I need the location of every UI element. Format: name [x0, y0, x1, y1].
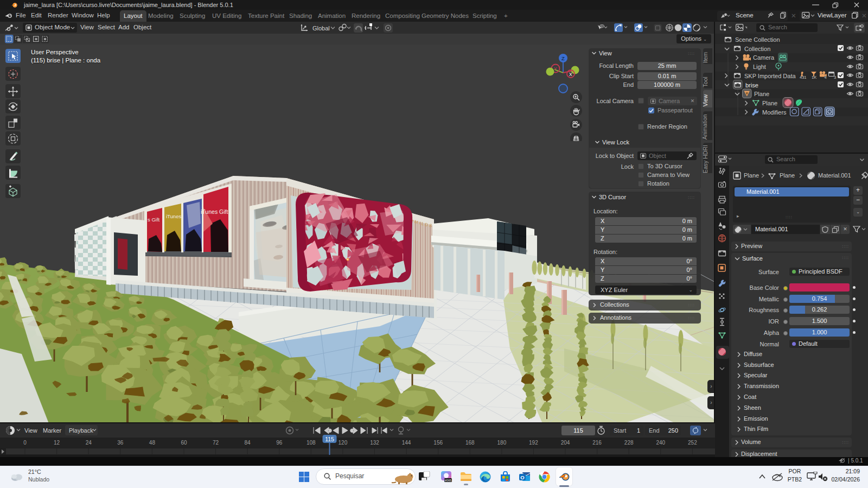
svg-text:12: 12: [54, 440, 60, 446]
svg-text:96: 96: [276, 440, 283, 446]
svg-text:115: 115: [325, 436, 334, 442]
svg-text:O: O: [520, 474, 524, 480]
svg-text:3: 3: [834, 75, 836, 80]
svg-text:brise: brise: [745, 82, 758, 88]
svg-text:228: 228: [624, 440, 634, 446]
svg-text:250: 250: [668, 427, 678, 434]
svg-text:Plane: Plane: [754, 91, 769, 97]
svg-text:Z: Z: [561, 55, 565, 61]
svg-text:Camera: Camera: [753, 54, 775, 61]
svg-text:180: 180: [497, 440, 507, 446]
svg-text:End: End: [649, 427, 660, 434]
svg-text:192: 192: [529, 440, 538, 446]
svg-text:431: 431: [800, 75, 807, 80]
svg-text:s Gift: s Gift: [148, 217, 160, 223]
svg-text:60: 60: [181, 440, 187, 446]
svg-text:Modifiers: Modifiers: [762, 109, 787, 116]
svg-text:156: 156: [433, 440, 443, 446]
svg-text:115: 115: [573, 427, 583, 434]
svg-text:Start: Start: [614, 427, 626, 434]
svg-text:1K: 1K: [812, 75, 816, 80]
svg-text:Y: Y: [554, 66, 557, 72]
svg-text:SKP Imported Data: SKP Imported Data: [744, 73, 796, 79]
svg-text:204: 204: [561, 440, 570, 446]
svg-text:Plane: Plane: [762, 100, 777, 106]
svg-text:M365: M365: [445, 479, 452, 482]
svg-text:132: 132: [370, 440, 379, 446]
svg-text:0: 0: [23, 440, 27, 446]
svg-text:120: 120: [339, 440, 348, 446]
svg-text:4: 4: [825, 75, 827, 80]
svg-text:144: 144: [402, 440, 411, 446]
svg-text:X: X: [569, 72, 572, 77]
svg-text:Playback: Playback: [69, 427, 93, 434]
svg-text:36: 36: [117, 440, 124, 446]
svg-text:108: 108: [307, 440, 316, 446]
svg-text:168: 168: [465, 440, 475, 446]
svg-text:24: 24: [86, 440, 92, 446]
svg-text:48: 48: [149, 440, 156, 446]
svg-text:Global: Global: [312, 25, 330, 31]
svg-text:Collection: Collection: [744, 46, 770, 52]
svg-text:Light: Light: [753, 64, 766, 70]
svg-text:Marker: Marker: [43, 427, 62, 434]
svg-text:1: 1: [637, 427, 640, 434]
svg-text:240: 240: [656, 440, 665, 446]
svg-text:216: 216: [592, 440, 602, 446]
svg-text:View: View: [24, 427, 37, 434]
svg-text:Scene Collection: Scene Collection: [735, 36, 780, 43]
svg-text:iTunes Gift: iTunes Gift: [201, 208, 228, 215]
svg-text:252: 252: [688, 440, 697, 446]
svg-text:84: 84: [245, 440, 251, 446]
svg-text:72: 72: [213, 440, 219, 446]
